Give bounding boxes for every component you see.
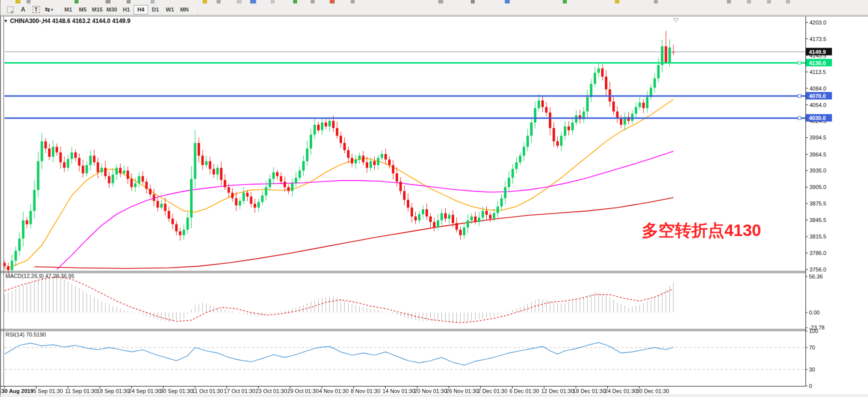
candle-body	[470, 216, 473, 220]
annotation-text[interactable]: 多空转折点4130	[642, 220, 761, 242]
date-label: 18 Sep 01:30	[97, 388, 129, 394]
candle-body	[399, 182, 402, 191]
candle-body	[89, 156, 92, 165]
candle-body	[41, 142, 43, 162]
candle-body	[377, 158, 379, 165]
candle-body	[642, 102, 645, 108]
toolbar-icon-fragment	[505, 0, 510, 4]
timeframe-button-MN[interactable]: MN	[177, 5, 192, 14]
candle-body	[60, 152, 62, 162]
candle-body	[373, 161, 376, 165]
candle-body	[511, 169, 514, 178]
candle-body	[157, 201, 159, 208]
candle-body	[86, 165, 88, 174]
candle-body	[127, 170, 129, 179]
timeframe-button-H4[interactable]: H4	[134, 5, 148, 14]
symbol-dropdown-icon[interactable]: ▼	[4, 18, 8, 24]
candle-body	[284, 182, 286, 187]
candle-body	[530, 122, 533, 136]
date-label: 2 Dec 01:30	[478, 388, 507, 394]
hline-4070-handle[interactable]	[798, 94, 801, 98]
candle-body	[635, 107, 637, 114]
current-price-line-badge-label: 4149.9	[809, 49, 826, 55]
candle-body	[71, 152, 73, 159]
price-tick-label: 4054.0	[809, 102, 826, 108]
chevron-down-icon: ▾	[51, 8, 53, 12]
hline-4130-handle[interactable]	[798, 62, 801, 64]
candle-body	[605, 76, 607, 89]
toolbar-icon-fragment	[151, 0, 155, 4]
candle-body	[545, 107, 548, 112]
candle-body	[325, 122, 327, 126]
text-label-tool-button[interactable]: A	[17, 4, 29, 14]
price-tick-label: 4113.5	[809, 69, 826, 75]
candle-body	[269, 179, 271, 188]
date-label: 14 Nov 01:30	[382, 388, 415, 394]
date-label: 4 Nov 01:30	[319, 388, 349, 394]
candle-body	[620, 118, 622, 124]
candle-body	[295, 178, 297, 184]
candle-body	[317, 124, 320, 130]
price-tick-label: 3875.5	[809, 200, 826, 206]
timeframe-button-W1[interactable]: W1	[163, 5, 177, 14]
hline-4030-handle[interactable]	[798, 116, 801, 120]
candle-body	[37, 161, 40, 190]
text-box-tool-button[interactable]: T	[30, 4, 42, 14]
mt4-application-window: FAT⇆▾ M1M5M15M30H1H4D1W1MN 4203.04173.54…	[0, 0, 868, 397]
candle-body	[504, 187, 506, 198]
candle-body	[11, 260, 13, 270]
candle-body	[489, 215, 492, 219]
candle-body	[74, 152, 77, 158]
candle-body	[407, 200, 409, 208]
candle-body	[564, 126, 566, 136]
rsi-indicator-label: RSI(14) 70.5190	[6, 332, 46, 338]
toolbar-icon-fragment	[727, 0, 731, 4]
candle-body	[638, 102, 641, 107]
crosshair-grid-tool-button[interactable]: F	[4, 4, 16, 14]
arrange-icon: ⇆	[45, 6, 50, 13]
candle-body	[179, 232, 182, 236]
price-tick-label: 3935.0	[809, 168, 826, 174]
candle-body	[149, 189, 152, 194]
candle-body	[575, 116, 577, 122]
candle-body	[45, 142, 47, 148]
candle-body	[254, 204, 256, 208]
candle-body	[101, 168, 103, 172]
price-tick-label: 3905.0	[809, 184, 826, 190]
candle-body	[601, 68, 604, 77]
candle-body	[396, 174, 398, 182]
candle-body	[142, 176, 144, 182]
candle-body	[392, 165, 394, 174]
timeframe-button-M30[interactable]: M30	[105, 5, 119, 14]
candle-body	[668, 48, 671, 63]
candle-body	[455, 223, 458, 230]
chart-window[interactable]: 4203.04173.54143.54113.54084.04054.04024…	[1, 16, 868, 397]
candle-body	[22, 220, 25, 238]
date-label: 6 Dec 01:30	[509, 388, 539, 394]
candle-body	[97, 162, 99, 172]
candle-body	[48, 148, 51, 157]
candle-body	[243, 192, 245, 201]
chart-canvas[interactable]: 4203.04173.54143.54113.54084.04054.04024…	[1, 16, 868, 397]
toolbar-icon-fragment	[217, 0, 221, 4]
candle-body	[280, 176, 282, 182]
drawing-tools-group: FAT⇆▾	[4, 4, 56, 14]
timeframe-button-H1[interactable]: H1	[119, 5, 134, 14]
candle-body	[287, 187, 290, 191]
timeframe-button-M5[interactable]: M5	[76, 5, 90, 14]
price-tick-label: 4084.0	[809, 86, 826, 92]
candle-body	[403, 191, 406, 200]
timeframe-button-D1[interactable]: D1	[148, 5, 163, 14]
timeframe-button-M1[interactable]: M1	[61, 5, 76, 14]
timeframe-button-M15[interactable]: M15	[90, 5, 105, 14]
candle-body	[190, 179, 193, 218]
toolbar-icon-fragment	[615, 0, 619, 4]
toolbar-icon-fragment	[563, 0, 567, 4]
candle-body	[310, 134, 312, 148]
candle-body	[56, 147, 58, 152]
date-label: 30 Aug 2019	[2, 388, 34, 394]
toolbar-icon-fragment	[351, 0, 355, 4]
candle-body	[515, 162, 518, 169]
object-arrange-tool-button[interactable]: ⇆▾	[43, 4, 55, 14]
candle-body	[15, 250, 17, 260]
